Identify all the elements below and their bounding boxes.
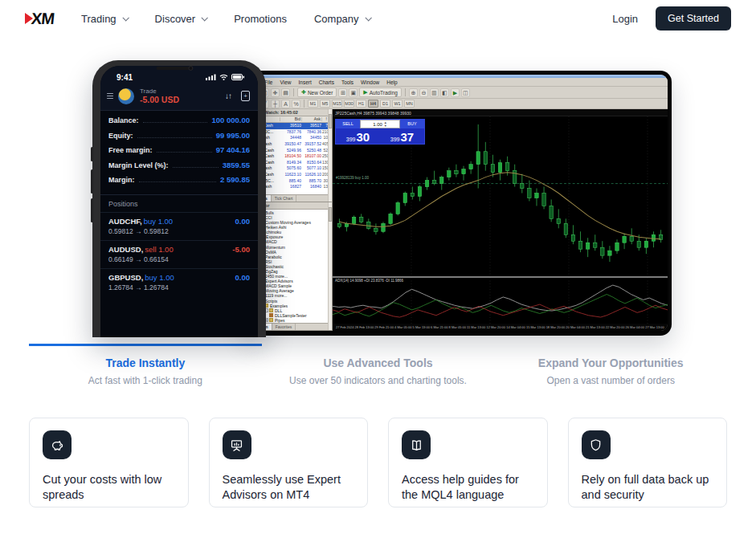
date-label: 12 Mar 20:00 [486, 325, 505, 329]
new-order-button[interactable]: ✚New Order [297, 88, 337, 97]
script-icon [269, 313, 273, 317]
candlestick-chart[interactable]: SELL 1.00▲▼ BUY 39930 39937 #19928139 bu… [333, 116, 668, 276]
ask-cell: 7840.36 [302, 130, 322, 134]
book-icon [402, 430, 431, 459]
toolbar-icon[interactable]: ✚ [271, 88, 280, 97]
navigator-item-label: MACD Sample [265, 283, 292, 288]
lot-size-spinner[interactable]: 1.00▲▼ [360, 120, 400, 128]
menu-help[interactable]: Help [386, 79, 397, 85]
navigator-item-label: MACD [265, 239, 277, 244]
navigator-item-label: OsMA [265, 250, 276, 255]
menu-insert[interactable]: Insert [298, 79, 311, 85]
play-icon: ▶ [363, 89, 367, 96]
account-summary: Balance:100 000.00Equity:99 995.00Free m… [100, 111, 258, 192]
timeframe-m30[interactable]: M30 [344, 100, 354, 108]
toolbar-icon[interactable]: ⊖ [419, 88, 428, 97]
scrollbar[interactable] [328, 202, 332, 330]
dotted-leader [143, 122, 208, 123]
menu-tools[interactable]: Tools [341, 79, 353, 85]
date-label: 6 Mar 21:00 [431, 325, 447, 329]
date-label: 27 Feb 2024 [336, 325, 353, 329]
floating-pl: -5.00 USD [140, 95, 179, 104]
toolbar-icon[interactable]: ▤ [281, 88, 290, 97]
chart-column: JP225Cash,H4 39875 39943 39848 39930 SEL… [333, 109, 668, 331]
menu-charts[interactable]: Charts [319, 79, 334, 85]
navigator-item-label: Scripts [265, 299, 277, 304]
dotted-leader [137, 137, 212, 138]
dotted-leader [173, 167, 219, 168]
position-side: buy 1.00 [145, 273, 174, 282]
toolbar-icon[interactable]: ▶ [451, 88, 460, 97]
sort-icon[interactable]: ↓↑ [225, 92, 231, 100]
new-order-label: New Order [308, 90, 333, 96]
new-order-icon[interactable]: + [241, 91, 250, 101]
feature-card[interactable]: Access help guides for the MQL4 language [388, 418, 548, 507]
timeframe-h4[interactable]: H4 [368, 100, 378, 108]
position-row[interactable]: AUDCHF, buy 1.000.000.59812 → 0.59812 [100, 212, 258, 240]
date-label: 18 Mar 20:00 [546, 325, 566, 329]
tab-expand-your-opportunities[interactable]: Expand Your OpportunitiesOpen a vast num… [494, 344, 727, 386]
toolbar-icon[interactable]: ⊞ [338, 88, 347, 97]
draw-tool-icon[interactable]: % [292, 100, 300, 108]
timeframe-m1[interactable]: M1 [308, 100, 318, 108]
toolbar-icon[interactable]: ◫ [461, 88, 470, 97]
position-row[interactable]: GBPUSD, buy 1.000.001.26784 → 1.26784 [100, 268, 258, 296]
draw-tool-icon[interactable]: ┼ [271, 100, 280, 108]
timeframe-m5[interactable]: M5 [320, 100, 330, 108]
tab-trade-instantly[interactable]: Trade InstantlyAct fast with 1-click tra… [29, 344, 262, 386]
buy-price: 39937 [380, 128, 424, 144]
ask-cell: 39517 [302, 124, 322, 128]
navigator-tab-favorites[interactable]: Favorites [272, 324, 296, 330]
tab-subtitle: Act fast with 1-click trading [29, 375, 262, 386]
toolbar-icon[interactable]: ⊕ [409, 88, 418, 97]
buy-button[interactable]: BUY [400, 120, 424, 128]
menu-window[interactable]: Window [361, 79, 379, 85]
navigator-item-label: Examples [270, 304, 288, 308]
toolbar-icon[interactable]: ▥ [430, 88, 439, 97]
account-row: Equity:99 995.00 [108, 131, 250, 146]
position-pl: -5.00 [232, 245, 250, 254]
bid-cell: 7837.76 [280, 130, 302, 134]
toolbar-icon[interactable]: ◧ [440, 88, 449, 97]
ask-cell: 885.70 [302, 179, 322, 183]
navigator-item-label: ZigZag [265, 269, 278, 274]
date-label: 14 Mar 04:00 [506, 325, 525, 329]
position-prices: 1.26784 → 1.26784 [108, 283, 250, 291]
timeframe-h1[interactable]: H1 [356, 100, 366, 108]
timeframe-w1[interactable]: W1 [392, 100, 403, 108]
position-side: buy 1.00 [144, 217, 173, 226]
date-label: 22 Mar 20:00 [606, 325, 625, 329]
chart-title: JP225Cash,H4 39875 39943 39848 39930 [333, 109, 668, 116]
navigator-item-label: Parabolic [265, 255, 282, 259]
menu-view[interactable]: View [280, 79, 291, 85]
position-row[interactable]: AUDUSD, sell 1.00-5.000.66149 → 0.66154 [100, 240, 258, 268]
bid-cell: 18104.50 [280, 154, 302, 158]
tab-use-advanced-tools[interactable]: Use Advanced ToolsUse over 50 indicators… [262, 344, 495, 386]
timeframe-d1[interactable]: D1 [380, 100, 390, 108]
toolbar-separator [304, 100, 304, 108]
draw-tool-icon[interactable]: A [281, 100, 290, 108]
wifi-icon [219, 74, 228, 80]
tab-title: Expand Your Opportunities [494, 357, 727, 369]
position-prices: 0.66149 → 0.66154 [108, 255, 250, 263]
timeframe-m15[interactable]: M15 [332, 100, 342, 108]
feature-card[interactable]: Seamlessly use Expert Advisors on MT4 [209, 418, 369, 507]
bid-cell: 5075.60 [280, 166, 302, 170]
signal-icon [206, 74, 216, 80]
ask-cell: 16840 [302, 185, 322, 189]
mt4-toolbar-timeframes: ✛╱┼A%M1M5M15M30H1H4D1W1MN [247, 99, 668, 109]
toolbar-icon[interactable]: ▣ [349, 88, 358, 97]
autotrading-button[interactable]: ▶AutoTrading [359, 88, 402, 97]
scrollbar[interactable] [328, 109, 332, 202]
market-watch-tab-tick-chart[interactable]: Tick Chart [272, 195, 297, 202]
timeframe-mn[interactable]: MN [404, 100, 415, 108]
phone-side-button [91, 198, 93, 222]
hamburger-menu-icon[interactable] [107, 93, 113, 99]
sell-button[interactable]: SELL [336, 120, 360, 128]
hero-image: FileViewInsertChartsToolsWindowHelp ▦◫✚▤… [0, 0, 756, 337]
date-label: 5 Mar 13:00 [413, 325, 430, 329]
navigator-item-label: 2450 more... [265, 274, 288, 279]
feature-card[interactable]: Rely on full data back up and security [568, 418, 728, 507]
feature-card[interactable]: Cut your costs with low spreads [29, 418, 189, 507]
ask-cell: 11626.10 [302, 173, 322, 177]
